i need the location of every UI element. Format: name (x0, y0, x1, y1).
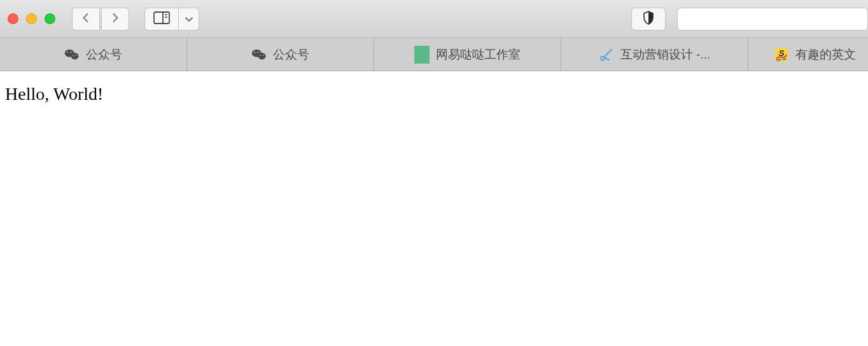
svg-point-12 (254, 52, 255, 53)
svg-point-7 (70, 52, 71, 53)
sogou-icon: S (774, 47, 789, 62)
tab-label: 网易哒哒工作室 (436, 46, 521, 63)
svg-point-14 (260, 55, 261, 56)
forward-button[interactable] (101, 8, 129, 31)
sidebar-icon (153, 11, 170, 27)
svg-point-8 (73, 55, 74, 56)
svg-point-9 (76, 55, 77, 56)
minimize-window-button[interactable] (26, 13, 37, 24)
body-text: Hello, World! (5, 84, 863, 104)
navigation-buttons (72, 8, 129, 31)
tab-english[interactable]: S 有趣的英文 (748, 38, 868, 71)
tab-wechat-1[interactable]: 公众号 (0, 38, 187, 71)
page-content: Hello, World! (0, 71, 868, 117)
window-controls (8, 13, 55, 24)
svg-point-5 (71, 53, 79, 60)
sidebar-toggle-button[interactable] (144, 8, 179, 31)
tab-wechat-2[interactable]: 公众号 (187, 38, 374, 71)
tab-label: 公众号 (86, 46, 122, 63)
chevron-down-icon (185, 13, 193, 25)
back-button[interactable] (72, 8, 100, 31)
chevron-right-icon (111, 13, 120, 25)
maximize-window-button[interactable] (45, 13, 55, 24)
shield-icon (643, 11, 654, 27)
svg-point-6 (67, 52, 68, 53)
app-icon (414, 47, 430, 62)
svg-text:S: S (779, 48, 785, 58)
scissors-icon (599, 47, 614, 62)
svg-rect-0 (154, 12, 169, 24)
privacy-shield-button[interactable] (631, 8, 666, 31)
tab-label: 公众号 (273, 46, 309, 63)
tab-bar: 公众号 公众号 网易哒哒工作室 互动营销设 (0, 38, 868, 71)
tab-marketing[interactable]: 互动营销设计 -... (561, 38, 748, 71)
svg-point-11 (258, 53, 266, 60)
chevron-left-icon (81, 13, 90, 25)
browser-toolbar (0, 0, 868, 38)
address-bar[interactable] (677, 8, 868, 31)
svg-line-17 (604, 50, 612, 57)
tab-label: 互动营销设计 -... (620, 46, 710, 63)
close-window-button[interactable] (8, 13, 18, 24)
svg-point-13 (257, 52, 258, 53)
wechat-icon (251, 47, 267, 62)
svg-point-15 (263, 55, 264, 56)
tab-label: 有趣的英文 (795, 46, 856, 63)
sidebar-dropdown-button[interactable] (179, 8, 199, 31)
wechat-icon (64, 47, 80, 62)
sidebar-toggle-group (144, 8, 199, 31)
tab-netease[interactable]: 网易哒哒工作室 (374, 38, 561, 71)
